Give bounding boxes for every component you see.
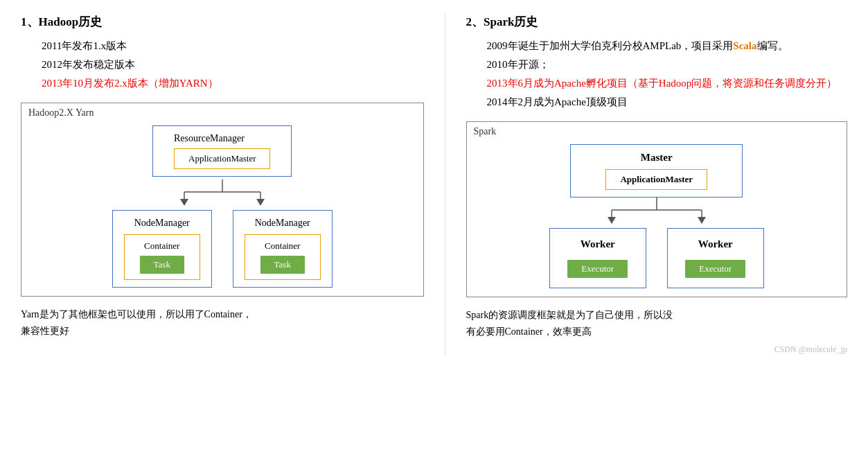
container-box-0: Container Task <box>124 234 200 280</box>
left-caption-line2: 兼容性更好 <box>21 326 69 336</box>
application-master-box-right: ApplicationMaster <box>605 169 707 190</box>
worker-label-1: Worker <box>698 238 733 250</box>
task-box-0: Task <box>140 256 184 274</box>
watermark: CSDN @molecule_jp <box>466 344 848 355</box>
worker-label-0: Worker <box>581 238 615 250</box>
right-caption: Spark的资源调度框架就是为了自己使用，所以没 有必要用Container，效… <box>466 307 848 340</box>
node-manager-label-0: NodeManager <box>134 218 190 229</box>
application-master-box-left: ApplicationMaster <box>174 148 270 169</box>
svg-marker-4 <box>180 199 188 206</box>
svg-marker-5 <box>256 199 265 206</box>
svg-marker-11 <box>698 217 706 224</box>
right-history-item-0: 2009年诞生于加州大学伯克利分校AMPLab，项目采用Scala编写。 <box>487 40 848 53</box>
application-master-label-left: ApplicationMaster <box>188 153 256 164</box>
left-history-item-0: 2011年发布1.x版本 <box>42 40 424 53</box>
container-box-1: Container Task <box>245 234 321 280</box>
left-history-item-2: 2013年10月发布2.x版本（增加YARN） <box>42 77 424 90</box>
left-section: 1、Hadoop历史 2011年发布1.x版本 2012年发布稳定版本 2013… <box>21 14 424 355</box>
node-manager-box-1: NodeManager Container Task <box>233 210 333 288</box>
node-manager-label-1: NodeManager <box>255 218 310 229</box>
left-history-list: 2011年发布1.x版本 2012年发布稳定版本 2013年10月发布2.x版本… <box>42 40 424 90</box>
right-caption-line1: Spark的资源调度框架就是为了自己使用，所以没 <box>466 310 673 320</box>
spark-fork-arrows <box>567 198 747 224</box>
spark-diagram-label: Spark <box>474 126 497 137</box>
hadoop-diagram-inner: ResourceManager ApplicationMaster <box>30 125 415 288</box>
worker-box-0: Worker Executor <box>549 228 646 288</box>
resource-manager-box: ResourceManager ApplicationMaster <box>152 125 292 177</box>
container-label-0: Container <box>144 240 179 252</box>
left-caption-line1: Yarn是为了其他框架也可以使用，所以用了Container， <box>21 309 252 319</box>
right-title: 2、Spark历史 <box>466 14 848 30</box>
worker-box-1: Worker Executor <box>667 228 764 288</box>
right-caption-line2: 有必要用Container，效率更高 <box>466 326 592 337</box>
executor-box-0: Executor <box>567 260 628 278</box>
resource-manager-label: ResourceManager <box>174 133 245 143</box>
right-history-list: 2009年诞生于加州大学伯克利分校AMPLab，项目采用Scala编写。 201… <box>487 40 848 109</box>
worker-row: Worker Executor Worker Executor <box>549 228 764 288</box>
left-history-item-1: 2012年发布稳定版本 <box>42 58 424 71</box>
application-master-label-right: ApplicationMaster <box>620 174 693 184</box>
container-label-1: Container <box>265 240 300 252</box>
executor-box-1: Executor <box>685 260 745 278</box>
right-history-item-1: 2010年开源； <box>487 58 848 71</box>
node-manager-row: NodeManager Container Task NodeManager C… <box>112 210 333 288</box>
right-section: 2、Spark历史 2009年诞生于加州大学伯克利分校AMPLab，项目采用Sc… <box>445 14 848 355</box>
hadoop-diagram-label: Hadoop2.X Yarn <box>28 107 94 119</box>
spark-diagram: Spark Master ApplicationMaster <box>466 121 848 297</box>
node-manager-box-0: NodeManager Container Task <box>112 210 212 288</box>
task-box-1: Task <box>260 256 305 274</box>
left-title: 1、Hadoop历史 <box>21 14 424 30</box>
left-caption: Yarn是为了其他框架也可以使用，所以用了Container， 兼容性更好 <box>21 306 424 340</box>
master-box: Master ApplicationMaster <box>570 144 743 198</box>
svg-marker-10 <box>608 217 616 224</box>
spark-diagram-inner: Master ApplicationMaster <box>475 144 839 288</box>
hadoop-diagram: Hadoop2.X Yarn ResourceManager Applicati… <box>21 103 424 297</box>
right-history-item-2: 2013年6月成为Apache孵化项目（基于Hadoop问题，将资源和任务调度分… <box>487 77 848 90</box>
master-label: Master <box>605 152 707 164</box>
right-history-item-3: 2014年2月成为Apache顶级项目 <box>487 96 848 109</box>
hadoop-fork-arrows <box>146 179 299 206</box>
